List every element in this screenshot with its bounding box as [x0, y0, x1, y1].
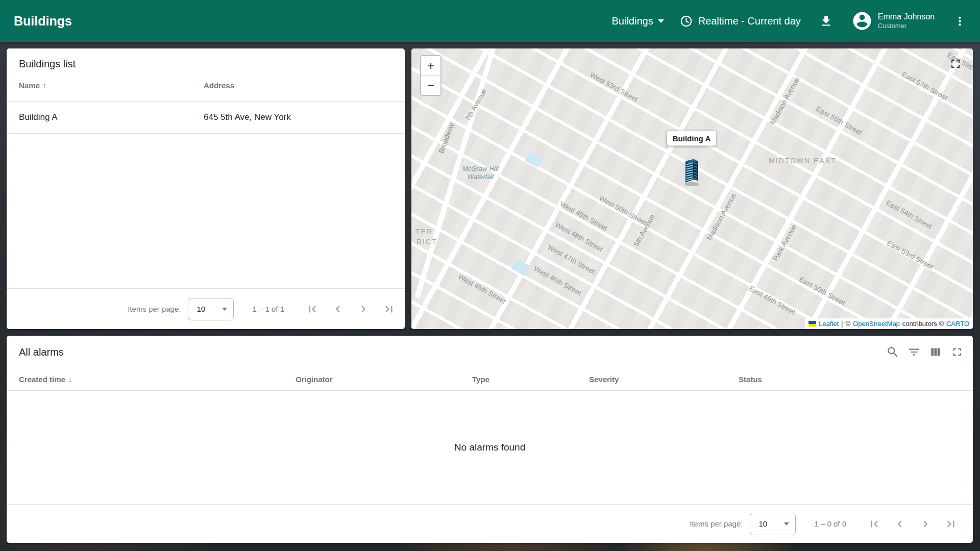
user-menu[interactable]: Emma Johnson Customer: [851, 10, 935, 32]
previous-page-button[interactable]: [891, 515, 909, 533]
buildings-paginator: Items per page: 10 1 – 1 of 1: [7, 288, 405, 329]
column-originator-label: Originator: [296, 375, 333, 384]
building-marker-icon[interactable]: [680, 156, 703, 187]
column-name-label: Name: [19, 81, 40, 90]
zoom-in-button[interactable]: +: [421, 56, 440, 76]
columns-icon: [929, 345, 942, 359]
column-header-type[interactable]: Type: [472, 375, 589, 384]
items-per-page-label: Items per page:: [128, 305, 181, 313]
marker-tooltip[interactable]: Building A: [667, 131, 716, 146]
map-street-label: West 53rd Street: [589, 70, 639, 104]
user-info: Emma Johnson Customer: [878, 12, 935, 30]
map-street-label: West 48th Street: [554, 220, 604, 253]
fullscreen-icon: [950, 345, 964, 359]
map-street-label: Madison Avenue: [768, 76, 801, 126]
page-size-select[interactable]: 10: [750, 513, 796, 535]
map-street-label: West 45th Street: [457, 272, 507, 305]
map-street-label: East 53rd Street: [886, 239, 935, 271]
table-row[interactable]: Building A 645 5th Ave, New York: [7, 102, 405, 134]
cell-building-address: 645 5th Ave, New York: [204, 112, 405, 122]
map[interactable]: West 53rd StreetEast 57th StreetEast 59t…: [411, 48, 973, 329]
column-status-label: Status: [739, 375, 762, 384]
dashboard-page: Buildings Buildings Realtime - Current d…: [0, 0, 980, 551]
map-street-label: West 50th Street: [598, 194, 648, 227]
map-street-label: West 49th Street: [558, 199, 609, 232]
map-water: [511, 259, 531, 277]
user-name: Emma Johnson: [878, 12, 935, 22]
header-bar: Buildings Buildings Realtime - Current d…: [0, 0, 980, 42]
timewindow-button[interactable]: Realtime - Current day: [679, 14, 801, 28]
items-per-page-label: Items per page:: [690, 519, 743, 528]
ukraine-flag-icon: [808, 321, 816, 327]
sort-desc-icon: ↓: [68, 375, 72, 384]
alarms-card: All alarms Created time ↓: [7, 336, 973, 543]
column-header-severity[interactable]: Severity: [589, 375, 739, 384]
chevron-down-icon: [222, 308, 227, 311]
timewindow-label: Realtime - Current day: [698, 15, 801, 27]
buildings-list-card: Buildings list Name ↑ Address Building A…: [7, 48, 405, 329]
leaflet-link[interactable]: Leaflet: [819, 320, 839, 328]
dashboard-state-select[interactable]: Buildings: [611, 15, 664, 27]
zoom-out-button[interactable]: −: [421, 76, 440, 95]
page-range-label: 1 – 0 of 0: [814, 519, 846, 528]
column-severity-label: Severity: [589, 375, 619, 384]
columns-button[interactable]: [925, 341, 946, 363]
alarms-title: All alarms: [19, 346, 64, 358]
map-street-label: TER: [415, 228, 433, 236]
table-empty-space: [7, 134, 405, 288]
alarms-header: All alarms: [7, 336, 973, 368]
column-header-originator[interactable]: Originator: [296, 375, 472, 384]
map-street-label: West 46th Street: [532, 264, 583, 297]
column-address-label: Address: [204, 81, 234, 90]
osm-link[interactable]: OpenStreetMap: [853, 320, 900, 328]
carto-link[interactable]: CARTO: [946, 320, 969, 328]
column-header-created-time[interactable]: Created time ↓: [19, 375, 296, 384]
header-actions: Buildings Realtime - Current day Em: [611, 10, 980, 32]
search-button[interactable]: [882, 341, 903, 363]
attribution-copyright: ©: [845, 320, 850, 328]
attribution-contributors: contributors ©: [902, 320, 944, 328]
map-street-label: East 57th Street: [900, 70, 949, 102]
buildings-list-title: Buildings list: [7, 48, 405, 69]
column-header-address[interactable]: Address: [204, 81, 405, 90]
pagination-controls: [304, 300, 398, 318]
pagination-controls: [866, 515, 960, 533]
filter-button[interactable]: [903, 341, 925, 363]
map-zoom-control: + −: [420, 55, 442, 96]
column-type-label: Type: [472, 375, 489, 384]
last-page-button[interactable]: [942, 515, 960, 533]
alarms-table-body: No alarms found: [7, 391, 973, 504]
attribution-divider: |: [841, 320, 843, 328]
column-header-status[interactable]: Status: [739, 375, 973, 384]
first-page-button[interactable]: [866, 515, 883, 533]
empty-state-text: No alarms found: [454, 442, 525, 453]
map-street-label: Broadway: [437, 121, 455, 154]
page-title: Buildings: [0, 14, 72, 29]
map-street-label: East 54th Street: [885, 198, 934, 231]
previous-page-button[interactable]: [329, 300, 347, 318]
export-dashboard-button[interactable]: [816, 11, 836, 31]
map-street-label: East 55th Street: [815, 105, 864, 137]
map-water: [525, 152, 542, 167]
next-page-button[interactable]: [355, 300, 372, 318]
map-street-label: West 47th Street: [546, 243, 597, 276]
alarms-paginator: Items per page: 10 1 – 0 of 0: [7, 504, 973, 543]
column-created-time-label: Created time: [19, 375, 65, 384]
avatar: [851, 10, 873, 32]
last-page-button[interactable]: [380, 300, 398, 318]
map-fullscreen-button[interactable]: [946, 55, 965, 74]
more-menu-button[interactable]: [950, 11, 970, 31]
map-street-label: McGraw-Hill Waterfall: [462, 165, 499, 182]
page-size-select[interactable]: 10: [188, 298, 234, 320]
map-street-label: 5th Avenue: [632, 213, 656, 248]
widget-fullscreen-button[interactable]: [946, 341, 968, 363]
next-page-button[interactable]: [917, 515, 934, 533]
map-street-label: MIDTOWN EAST: [769, 157, 837, 165]
column-header-name[interactable]: Name ↑: [19, 81, 204, 90]
buildings-table-header: Name ↑ Address: [7, 69, 405, 102]
chevron-down-icon: [658, 19, 664, 23]
map-card: West 53rd StreetEast 57th StreetEast 59t…: [411, 48, 973, 329]
map-street-label: East 49th Street: [748, 284, 797, 316]
first-page-button[interactable]: [304, 300, 321, 318]
dashboard-state-label: Buildings: [611, 15, 653, 27]
